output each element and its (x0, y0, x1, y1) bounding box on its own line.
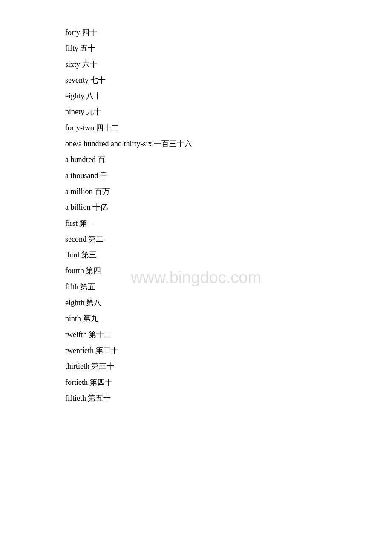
list-item: a billion 十亿 (65, 200, 392, 214)
list-item: fifth 第五 (65, 280, 392, 294)
list-item: fortieth 第四十 (65, 376, 392, 390)
list-item: a hundred 百 (65, 153, 392, 167)
list-item: thirtieth 第三十 (65, 359, 392, 373)
list-item: sixty 六十 (65, 58, 392, 72)
list-item: eighth 第八 (65, 296, 392, 310)
list-item: forty 四十 (65, 26, 392, 40)
list-item: forty-two 四十二 (65, 121, 392, 135)
list-item: fourth 第四 (65, 264, 392, 278)
list-item: first 第一 (65, 217, 392, 231)
list-item: ninety 九十 (65, 105, 392, 119)
list-item: a thousand 千 (65, 169, 392, 183)
list-item: eighty 八十 (65, 89, 392, 103)
list-item: fifty 五十 (65, 41, 392, 55)
list-item: twentieth 第二十 (65, 344, 392, 358)
list-item: fiftieth 第五十 (65, 391, 392, 405)
list-item: a million 百万 (65, 185, 392, 199)
list-item: ninth 第九 (65, 312, 392, 326)
list-item: twelfth 第十二 (65, 328, 392, 342)
list-item: seventy 七十 (65, 73, 392, 87)
word-list: forty 四十fifty 五十sixty 六十seventy 七十eighty… (0, 0, 392, 433)
list-item: second 第二 (65, 232, 392, 246)
list-item: one/a hundred and thirty-six 一百三十六 (65, 137, 392, 151)
list-item: third 第三 (65, 248, 392, 262)
